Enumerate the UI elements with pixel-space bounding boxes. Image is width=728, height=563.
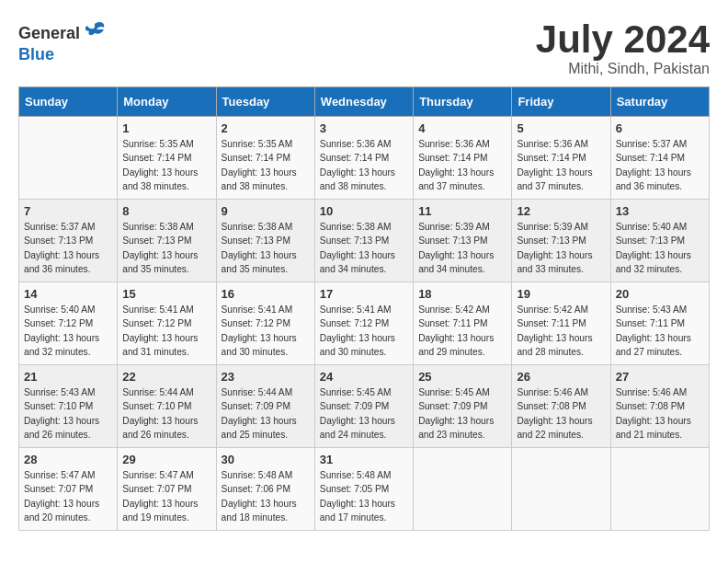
day-number: 19 (517, 287, 605, 301)
day-info: Sunrise: 5:40 AMSunset: 7:12 PMDaylight:… (24, 303, 112, 359)
calendar-day-cell: 29Sunrise: 5:47 AMSunset: 7:07 PMDayligh… (118, 448, 216, 531)
day-number: 31 (320, 453, 408, 466)
logo-general-text: General (18, 25, 80, 43)
logo-blue-text: Blue (18, 46, 54, 64)
location-subtitle: Mithi, Sindh, Pakistan (536, 61, 710, 77)
weekday-header-cell: Tuesday (216, 87, 314, 117)
day-number: 17 (320, 287, 408, 301)
calendar-day-cell: 24Sunrise: 5:45 AMSunset: 7:09 PMDayligh… (314, 365, 413, 448)
day-number: 18 (418, 287, 506, 301)
title-area: July 2024 Mithi, Sindh, Pakistan (536, 18, 710, 77)
weekday-header-cell: Monday (118, 87, 216, 117)
day-number: 2 (222, 121, 310, 135)
day-info: Sunrise: 5:42 AMSunset: 7:11 PMDaylight:… (517, 303, 605, 359)
calendar-week-row: 28Sunrise: 5:47 AMSunset: 7:07 PMDayligh… (19, 448, 710, 531)
day-number: 3 (320, 121, 408, 135)
logo: General Blue (18, 18, 108, 64)
calendar-day-cell: 26Sunrise: 5:46 AMSunset: 7:08 PMDayligh… (512, 365, 610, 448)
day-info: Sunrise: 5:41 AMSunset: 7:12 PMDaylight:… (122, 303, 210, 359)
day-info: Sunrise: 5:48 AMSunset: 7:06 PMDaylight:… (222, 468, 310, 524)
day-number: 28 (24, 453, 112, 466)
calendar-week-row: 14Sunrise: 5:40 AMSunset: 7:12 PMDayligh… (19, 282, 710, 365)
calendar-day-cell: 4Sunrise: 5:36 AMSunset: 7:14 PMDaylight… (414, 117, 512, 200)
calendar-day-cell: 30Sunrise: 5:48 AMSunset: 7:06 PMDayligh… (216, 448, 314, 531)
calendar-day-cell: 12Sunrise: 5:39 AMSunset: 7:13 PMDayligh… (512, 200, 610, 282)
calendar-day-cell: 8Sunrise: 5:38 AMSunset: 7:13 PMDaylight… (118, 200, 216, 282)
day-info: Sunrise: 5:35 AMSunset: 7:14 PMDaylight:… (222, 137, 310, 193)
calendar-day-cell: 13Sunrise: 5:40 AMSunset: 7:13 PMDayligh… (610, 200, 709, 282)
day-number: 16 (222, 287, 310, 301)
calendar-day-cell (414, 448, 512, 531)
calendar-day-cell: 19Sunrise: 5:42 AMSunset: 7:11 PMDayligh… (512, 282, 610, 365)
day-number: 21 (24, 370, 112, 384)
calendar-day-cell: 22Sunrise: 5:44 AMSunset: 7:10 PMDayligh… (118, 365, 216, 448)
day-info: Sunrise: 5:38 AMSunset: 7:13 PMDaylight:… (222, 220, 310, 276)
day-number: 13 (616, 204, 704, 218)
calendar-day-cell: 23Sunrise: 5:44 AMSunset: 7:09 PMDayligh… (216, 365, 314, 448)
day-number: 15 (122, 287, 210, 301)
day-number: 11 (418, 204, 506, 218)
day-number: 1 (122, 121, 210, 135)
calendar-day-cell: 1Sunrise: 5:35 AMSunset: 7:14 PMDaylight… (118, 117, 216, 200)
calendar-day-cell: 31Sunrise: 5:48 AMSunset: 7:05 PMDayligh… (314, 448, 413, 531)
logo-bird-icon (82, 18, 108, 50)
calendar-day-cell: 7Sunrise: 5:37 AMSunset: 7:13 PMDaylight… (19, 200, 118, 282)
calendar-week-row: 21Sunrise: 5:43 AMSunset: 7:10 PMDayligh… (19, 365, 710, 448)
weekday-header-cell: Thursday (414, 87, 512, 117)
calendar-day-cell: 11Sunrise: 5:39 AMSunset: 7:13 PMDayligh… (414, 200, 512, 282)
calendar-day-cell (19, 117, 118, 200)
day-info: Sunrise: 5:36 AMSunset: 7:14 PMDaylight:… (320, 137, 408, 193)
day-info: Sunrise: 5:38 AMSunset: 7:13 PMDaylight:… (122, 220, 210, 276)
day-number: 30 (222, 453, 310, 466)
calendar-day-cell: 15Sunrise: 5:41 AMSunset: 7:12 PMDayligh… (118, 282, 216, 365)
calendar-day-cell: 27Sunrise: 5:46 AMSunset: 7:08 PMDayligh… (610, 365, 709, 448)
day-info: Sunrise: 5:37 AMSunset: 7:13 PMDaylight:… (24, 220, 112, 276)
day-info: Sunrise: 5:39 AMSunset: 7:13 PMDaylight:… (517, 220, 605, 276)
day-info: Sunrise: 5:42 AMSunset: 7:11 PMDaylight:… (418, 303, 506, 359)
calendar-day-cell: 16Sunrise: 5:41 AMSunset: 7:12 PMDayligh… (216, 282, 314, 365)
calendar-day-cell: 5Sunrise: 5:36 AMSunset: 7:14 PMDaylight… (512, 117, 610, 200)
day-number: 23 (222, 370, 310, 384)
day-number: 9 (222, 204, 310, 218)
day-info: Sunrise: 5:40 AMSunset: 7:13 PMDaylight:… (616, 220, 704, 276)
calendar-table: SundayMondayTuesdayWednesdayThursdayFrid… (18, 86, 710, 531)
day-number: 27 (616, 370, 704, 384)
day-info: Sunrise: 5:37 AMSunset: 7:14 PMDaylight:… (616, 137, 704, 193)
calendar-body: 1Sunrise: 5:35 AMSunset: 7:14 PMDaylight… (19, 117, 710, 531)
day-info: Sunrise: 5:36 AMSunset: 7:14 PMDaylight:… (517, 137, 605, 193)
calendar-day-cell: 25Sunrise: 5:45 AMSunset: 7:09 PMDayligh… (414, 365, 512, 448)
calendar-day-cell: 21Sunrise: 5:43 AMSunset: 7:10 PMDayligh… (19, 365, 118, 448)
day-info: Sunrise: 5:45 AMSunset: 7:09 PMDaylight:… (418, 385, 506, 442)
calendar-day-cell: 6Sunrise: 5:37 AMSunset: 7:14 PMDaylight… (610, 117, 709, 200)
day-number: 8 (122, 204, 210, 218)
day-info: Sunrise: 5:39 AMSunset: 7:13 PMDaylight:… (418, 220, 506, 276)
day-number: 5 (517, 121, 605, 135)
day-number: 6 (616, 121, 704, 135)
calendar-day-cell: 9Sunrise: 5:38 AMSunset: 7:13 PMDaylight… (216, 200, 314, 282)
day-number: 24 (320, 370, 408, 384)
calendar-day-cell: 14Sunrise: 5:40 AMSunset: 7:12 PMDayligh… (19, 282, 118, 365)
calendar-day-cell: 2Sunrise: 5:35 AMSunset: 7:14 PMDaylight… (216, 117, 314, 200)
day-number: 12 (517, 204, 605, 218)
day-info: Sunrise: 5:46 AMSunset: 7:08 PMDaylight:… (616, 385, 704, 442)
day-number: 10 (320, 204, 408, 218)
day-number: 4 (418, 121, 506, 135)
day-info: Sunrise: 5:48 AMSunset: 7:05 PMDaylight:… (320, 468, 408, 524)
calendar-day-cell (610, 448, 709, 531)
calendar-day-cell: 10Sunrise: 5:38 AMSunset: 7:13 PMDayligh… (314, 200, 413, 282)
day-number: 29 (122, 453, 210, 466)
day-info: Sunrise: 5:46 AMSunset: 7:08 PMDaylight:… (517, 385, 605, 442)
calendar-day-cell: 17Sunrise: 5:41 AMSunset: 7:12 PMDayligh… (314, 282, 413, 365)
day-info: Sunrise: 5:43 AMSunset: 7:10 PMDaylight:… (24, 385, 112, 442)
weekday-header-row: SundayMondayTuesdayWednesdayThursdayFrid… (19, 87, 710, 117)
day-info: Sunrise: 5:41 AMSunset: 7:12 PMDaylight:… (222, 303, 310, 359)
day-number: 7 (24, 204, 112, 218)
calendar-day-cell (512, 448, 610, 531)
day-number: 25 (418, 370, 506, 384)
calendar-day-cell: 28Sunrise: 5:47 AMSunset: 7:07 PMDayligh… (19, 448, 118, 531)
weekday-header-cell: Friday (512, 87, 610, 117)
day-number: 20 (616, 287, 704, 301)
calendar-day-cell: 18Sunrise: 5:42 AMSunset: 7:11 PMDayligh… (414, 282, 512, 365)
day-info: Sunrise: 5:41 AMSunset: 7:12 PMDaylight:… (320, 303, 408, 359)
calendar-day-cell: 3Sunrise: 5:36 AMSunset: 7:14 PMDaylight… (314, 117, 413, 200)
